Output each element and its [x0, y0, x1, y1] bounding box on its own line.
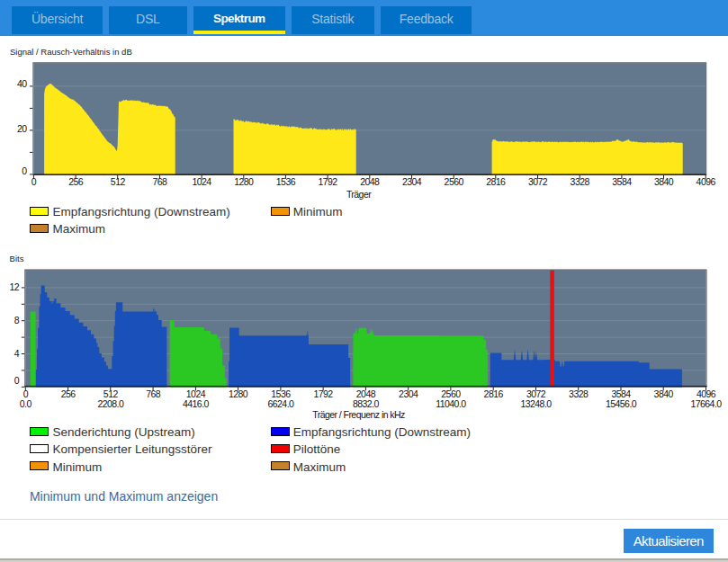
- svg-text:40: 40: [17, 78, 27, 89]
- svg-text:512: 512: [103, 388, 119, 399]
- svg-text:2304: 2304: [399, 388, 418, 399]
- svg-text:768: 768: [152, 176, 167, 187]
- svg-text:13248.0: 13248.0: [520, 398, 552, 409]
- svg-text:2208.0: 2208.0: [97, 398, 124, 409]
- svg-text:20: 20: [17, 123, 27, 134]
- svg-text:2048: 2048: [356, 388, 376, 399]
- svg-text:0.0: 0.0: [20, 398, 32, 409]
- svg-text:3840: 3840: [654, 388, 674, 399]
- svg-text:512: 512: [111, 176, 126, 187]
- svg-text:2560: 2560: [445, 176, 464, 187]
- svg-text:Träger / Frequenz in kHz: Träger / Frequenz in kHz: [312, 409, 405, 420]
- svg-text:1536: 1536: [271, 388, 291, 399]
- svg-text:Signal / Rausch-Verhältnis in: Signal / Rausch-Verhältnis in dB: [10, 47, 132, 57]
- svg-text:1024: 1024: [186, 388, 206, 399]
- svg-text:3328: 3328: [571, 176, 590, 187]
- svg-text:3072: 3072: [526, 388, 546, 399]
- svg-text:11040.0: 11040.0: [436, 398, 466, 409]
- svg-text:Träger: Träger: [346, 189, 372, 200]
- svg-text:1280: 1280: [234, 176, 254, 187]
- svg-text:4416.0: 4416.0: [183, 398, 210, 409]
- svg-text:8832.0: 8832.0: [353, 398, 380, 409]
- svg-text:0: 0: [31, 176, 37, 187]
- svg-text:0: 0: [23, 388, 29, 399]
- svg-text:768: 768: [146, 388, 161, 399]
- svg-text:2304: 2304: [402, 176, 422, 187]
- svg-text:Bits: Bits: [10, 254, 24, 263]
- svg-text:1792: 1792: [314, 388, 334, 399]
- svg-text:3072: 3072: [528, 176, 548, 187]
- svg-text:12: 12: [9, 281, 19, 292]
- svg-text:3584: 3584: [612, 176, 632, 187]
- svg-text:3584: 3584: [611, 388, 631, 399]
- svg-text:1536: 1536: [276, 176, 296, 187]
- svg-text:0: 0: [22, 165, 27, 176]
- svg-text:256: 256: [61, 388, 76, 399]
- svg-text:1792: 1792: [319, 176, 338, 187]
- svg-text:2048: 2048: [360, 176, 380, 187]
- svg-text:6624.0: 6624.0: [267, 398, 294, 409]
- svg-text:17664.0: 17664.0: [690, 398, 722, 409]
- svg-text:1280: 1280: [229, 388, 248, 399]
- svg-text:2560: 2560: [441, 388, 461, 399]
- svg-text:2816: 2816: [484, 388, 504, 399]
- svg-text:256: 256: [68, 176, 84, 187]
- svg-text:4096: 4096: [697, 388, 716, 399]
- svg-text:3840: 3840: [654, 176, 674, 187]
- svg-text:2816: 2816: [486, 176, 506, 187]
- svg-text:15456.0: 15456.0: [606, 398, 637, 409]
- svg-text:4096: 4096: [697, 176, 716, 187]
- svg-text:1024: 1024: [193, 176, 212, 187]
- svg-text:0: 0: [14, 375, 20, 386]
- svg-text:3328: 3328: [569, 388, 589, 399]
- svg-text:8: 8: [14, 315, 20, 326]
- svg-text:4: 4: [14, 348, 20, 359]
